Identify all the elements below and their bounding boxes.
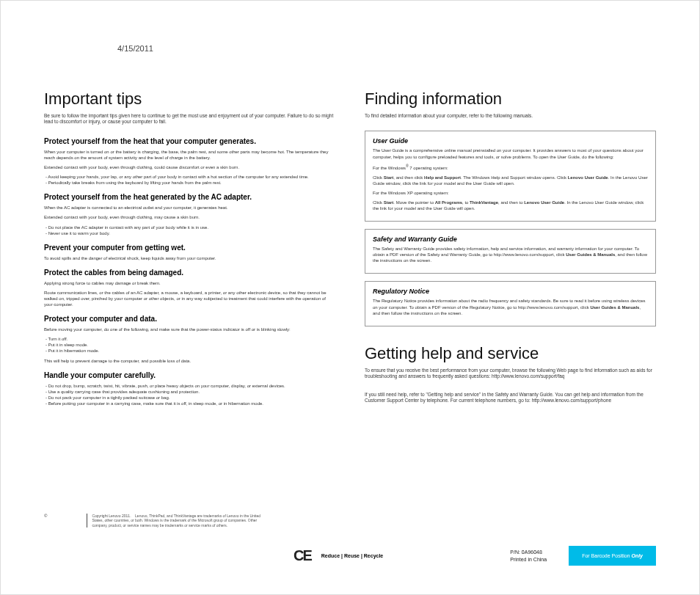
sw-p1: The Safety and Warranty Guide provides s… — [373, 246, 648, 263]
finding-info-intro: To find detailed information about your … — [365, 113, 656, 119]
data-l1: - Turn it off. — [45, 336, 335, 342]
heat-p2: Extended contact with your body, even th… — [44, 164, 335, 170]
part-number: P/N: 0A96048 — [510, 549, 547, 555]
regulatory-box: Regulatory Notice The Regulatory Notice … — [365, 281, 656, 326]
ug-p3: Click Start, and then click Help and Sup… — [373, 175, 648, 186]
printed-in: Printed in China — [510, 556, 547, 563]
heat-computer-heading: Protect yourself from the heat that your… — [44, 137, 335, 145]
handle-l3: - Do not pack your computer in a tightly… — [45, 395, 335, 401]
ce-mark-icon: CE — [294, 547, 311, 564]
important-tips-heading: Important tips — [44, 90, 335, 109]
adapter-l1: - Do not place the AC adapter in contact… — [45, 225, 335, 230]
help-p1: To ensure that you receive the best perf… — [365, 368, 656, 380]
data-p1: Before moving your computer, do one of t… — [44, 326, 335, 332]
data-l2: - Put it in sleep mode. — [45, 342, 335, 348]
date-text: 4/15/2011 — [117, 44, 656, 53]
finding-info-heading: Finding information — [365, 90, 656, 109]
ug-p4: For the Windows XP operating system: — [373, 190, 648, 196]
copyright-icon: © — [44, 514, 47, 518]
left-column: Important tips Be sure to follow the imp… — [44, 90, 335, 416]
copyright-block: Copyright Lenovo 2011. Lenovo, ThinkPad,… — [87, 514, 263, 528]
user-guide-heading: User Guide — [373, 137, 648, 145]
user-guide-box: User Guide The User Guide is a comprehen… — [365, 131, 656, 222]
document-page: 4/15/2011 Important tips Be sure to foll… — [0, 0, 700, 595]
data-l3: - Put it in hibernation mode. — [45, 348, 335, 354]
cables-p2: Route communication lines, or the cables… — [44, 290, 335, 307]
barcode-box: For Barcode Position Only — [569, 546, 656, 566]
data-p2: This will help to prevent damage to the … — [44, 358, 335, 364]
ug-p2: For the Windows® 7 operating system: — [373, 164, 648, 171]
handle-heading: Handle your computer carefully. — [44, 371, 335, 379]
barcode-only: Only — [631, 553, 643, 558]
footer-legal: © Copyright Lenovo 2011. Lenovo, ThinkPa… — [44, 514, 656, 528]
handle-l4: - Before putting your computer in a carr… — [45, 401, 335, 406]
adapter-p1: When the AC adapter is connected to an e… — [44, 205, 335, 211]
help-p2: If you still need help, refer to "Gettin… — [365, 392, 656, 404]
handle-l2: - Use a quality carrying case that provi… — [45, 389, 335, 395]
adapter-p2: Extended contact with your body, even th… — [44, 214, 335, 220]
reduce-reuse-recycle: Reduce | Reuse | Recycle — [321, 553, 383, 558]
part-number-block: P/N: 0A96048 Printed in China — [510, 549, 547, 562]
handle-l1: - Do not drop, bump, scratch, twist, hit… — [45, 383, 335, 389]
heat-p1: When your computer is turned on or the b… — [44, 149, 335, 161]
reg-p1: The Regulatory Notice provides informati… — [373, 298, 648, 315]
finding-info-section: Finding information To find detailed inf… — [365, 90, 656, 326]
heat-adapter-heading: Protect yourself from the heat generated… — [44, 193, 335, 201]
bottom-row: CE Reduce | Reuse | Recycle P/N: 0A96048… — [44, 546, 656, 566]
ug-p5: Click Start. Move the pointer to All Pro… — [373, 200, 648, 211]
cables-p1: Applying strong force to cables may dama… — [44, 280, 335, 286]
regulatory-heading: Regulatory Notice — [373, 288, 648, 295]
right-column: Finding information To find detailed inf… — [365, 90, 656, 416]
computer-data-heading: Protect your computer and data. — [44, 315, 335, 323]
wet-p1: To avoid spills and the danger of electr… — [44, 255, 335, 261]
two-column-layout: Important tips Be sure to follow the imp… — [44, 90, 656, 416]
getting-help-section: Getting help and service To ensure that … — [365, 344, 656, 404]
copyright-text: Copyright Lenovo 2011. — [92, 514, 131, 518]
adapter-l2: - Never use it to warm your body. — [45, 230, 335, 236]
ug-p1: The User Guide is a comprehensive online… — [373, 147, 648, 159]
important-tips-intro: Be sure to follow the important tips giv… — [44, 113, 335, 125]
wet-heading: Prevent your computer from getting wet. — [44, 244, 335, 252]
barcode-prefix: For Barcode Position — [582, 553, 631, 558]
heat-l2: - Periodically take breaks from using th… — [45, 180, 335, 186]
heat-l1: - Avoid keeping your hands, your lap, or… — [45, 174, 335, 180]
cables-heading: Protect the cables from being damaged. — [44, 269, 335, 277]
ce-block: CE Reduce | Reuse | Recycle — [294, 547, 383, 564]
safety-warranty-box: Safety and Warranty Guide The Safety and… — [365, 229, 656, 274]
getting-help-heading: Getting help and service — [365, 344, 656, 363]
safety-warranty-heading: Safety and Warranty Guide — [373, 236, 648, 243]
